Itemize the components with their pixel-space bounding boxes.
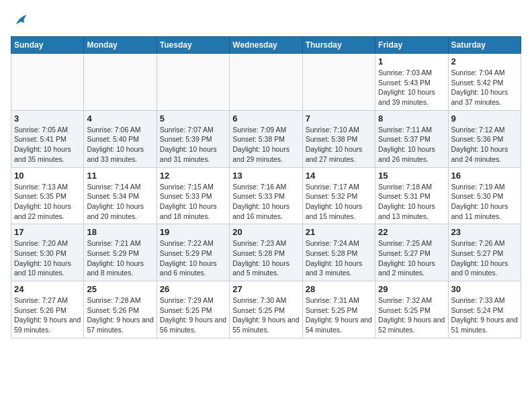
day-number: 5 <box>160 113 226 124</box>
day-number: 11 <box>87 171 153 181</box>
day-number: 23 <box>451 227 518 237</box>
day-info: Sunrise: 7:15 AM Sunset: 5:33 PM Dayligh… <box>160 182 226 222</box>
day-of-week-header: Monday <box>84 37 157 54</box>
day-number: 1 <box>378 56 445 66</box>
day-number: 30 <box>451 284 518 294</box>
calendar-cell: 12Sunrise: 7:15 AM Sunset: 5:33 PM Dayli… <box>157 167 229 224</box>
calendar-cell: 28Sunrise: 7:31 AM Sunset: 5:25 PM Dayli… <box>302 281 375 338</box>
calendar-cell: 27Sunrise: 7:30 AM Sunset: 5:25 PM Dayli… <box>230 281 302 338</box>
calendar-cell <box>302 54 375 111</box>
day-info: Sunrise: 7:04 AM Sunset: 5:42 PM Dayligh… <box>451 68 518 107</box>
calendar-week-row: 3Sunrise: 7:05 AM Sunset: 5:41 PM Daylig… <box>11 110 521 167</box>
day-number: 19 <box>160 227 226 237</box>
day-number: 21 <box>306 227 372 237</box>
calendar-cell: 11Sunrise: 7:14 AM Sunset: 5:34 PM Dayli… <box>84 167 157 224</box>
day-number: 28 <box>306 284 372 294</box>
day-info: Sunrise: 7:29 AM Sunset: 5:25 PM Dayligh… <box>160 295 226 335</box>
header-row: SundayMondayTuesdayWednesdayThursdayFrid… <box>11 37 521 54</box>
day-info: Sunrise: 7:16 AM Sunset: 5:33 PM Dayligh… <box>232 182 299 222</box>
day-number: 3 <box>14 113 81 124</box>
day-number: 25 <box>87 284 153 294</box>
day-info: Sunrise: 7:03 AM Sunset: 5:43 PM Dayligh… <box>378 68 445 107</box>
calendar-cell: 22Sunrise: 7:25 AM Sunset: 5:27 PM Dayli… <box>375 224 448 281</box>
day-number: 26 <box>160 284 226 294</box>
calendar-week-row: 17Sunrise: 7:20 AM Sunset: 5:30 PM Dayli… <box>11 224 521 281</box>
calendar-week-row: 1Sunrise: 7:03 AM Sunset: 5:43 PM Daylig… <box>11 54 521 111</box>
day-number: 22 <box>378 227 445 237</box>
day-of-week-header: Saturday <box>448 37 521 54</box>
calendar-cell: 10Sunrise: 7:13 AM Sunset: 5:35 PM Dayli… <box>11 167 84 224</box>
calendar-body: 1Sunrise: 7:03 AM Sunset: 5:43 PM Daylig… <box>11 54 521 338</box>
calendar-cell <box>11 54 84 111</box>
calendar-cell: 16Sunrise: 7:19 AM Sunset: 5:30 PM Dayli… <box>448 167 521 224</box>
calendar-cell: 8Sunrise: 7:11 AM Sunset: 5:37 PM Daylig… <box>375 110 448 167</box>
day-info: Sunrise: 7:19 AM Sunset: 5:30 PM Dayligh… <box>451 182 518 222</box>
calendar-cell: 21Sunrise: 7:24 AM Sunset: 5:28 PM Dayli… <box>302 224 375 281</box>
day-info: Sunrise: 7:26 AM Sunset: 5:27 PM Dayligh… <box>451 238 518 278</box>
day-number: 10 <box>14 171 81 181</box>
day-of-week-header: Sunday <box>11 37 84 54</box>
page-header <box>11 11 521 31</box>
day-number: 14 <box>306 171 372 181</box>
calendar-cell: 5Sunrise: 7:07 AM Sunset: 5:39 PM Daylig… <box>157 110 229 167</box>
calendar-cell: 9Sunrise: 7:12 AM Sunset: 5:36 PM Daylig… <box>448 110 521 167</box>
calendar-cell: 29Sunrise: 7:32 AM Sunset: 5:25 PM Dayli… <box>375 281 448 338</box>
calendar-cell: 4Sunrise: 7:06 AM Sunset: 5:40 PM Daylig… <box>84 110 157 167</box>
calendar-week-row: 24Sunrise: 7:27 AM Sunset: 5:26 PM Dayli… <box>11 281 521 338</box>
day-info: Sunrise: 7:10 AM Sunset: 5:38 PM Dayligh… <box>306 125 372 165</box>
day-number: 4 <box>87 113 153 124</box>
calendar-cell: 23Sunrise: 7:26 AM Sunset: 5:27 PM Dayli… <box>448 224 521 281</box>
day-number: 24 <box>14 284 81 294</box>
day-info: Sunrise: 7:20 AM Sunset: 5:30 PM Dayligh… <box>14 238 81 278</box>
day-number: 2 <box>451 56 518 66</box>
day-info: Sunrise: 7:33 AM Sunset: 5:24 PM Dayligh… <box>451 295 518 335</box>
calendar-cell <box>157 54 229 111</box>
day-info: Sunrise: 7:21 AM Sunset: 5:29 PM Dayligh… <box>87 238 153 278</box>
day-number: 13 <box>232 171 299 181</box>
day-info: Sunrise: 7:32 AM Sunset: 5:25 PM Dayligh… <box>378 295 445 335</box>
day-info: Sunrise: 7:09 AM Sunset: 5:38 PM Dayligh… <box>232 125 299 165</box>
day-of-week-header: Friday <box>375 37 448 54</box>
logo-icon <box>11 11 31 31</box>
day-number: 18 <box>87 227 153 237</box>
day-number: 17 <box>14 227 81 237</box>
calendar-cell: 1Sunrise: 7:03 AM Sunset: 5:43 PM Daylig… <box>375 54 448 111</box>
calendar-cell <box>230 54 302 111</box>
day-info: Sunrise: 7:30 AM Sunset: 5:25 PM Dayligh… <box>232 295 299 335</box>
day-number: 20 <box>232 227 299 237</box>
day-info: Sunrise: 7:27 AM Sunset: 5:26 PM Dayligh… <box>14 295 81 335</box>
day-info: Sunrise: 7:07 AM Sunset: 5:39 PM Dayligh… <box>160 125 226 165</box>
day-of-week-header: Thursday <box>302 37 375 54</box>
calendar-cell: 19Sunrise: 7:22 AM Sunset: 5:29 PM Dayli… <box>157 224 229 281</box>
calendar-header: SundayMondayTuesdayWednesdayThursdayFrid… <box>11 37 521 54</box>
calendar-cell: 3Sunrise: 7:05 AM Sunset: 5:41 PM Daylig… <box>11 110 84 167</box>
day-info: Sunrise: 7:17 AM Sunset: 5:32 PM Dayligh… <box>306 182 372 222</box>
day-number: 15 <box>378 171 445 181</box>
day-of-week-header: Tuesday <box>157 37 229 54</box>
day-info: Sunrise: 7:18 AM Sunset: 5:31 PM Dayligh… <box>378 182 445 222</box>
day-info: Sunrise: 7:05 AM Sunset: 5:41 PM Dayligh… <box>14 125 81 165</box>
day-info: Sunrise: 7:31 AM Sunset: 5:25 PM Dayligh… <box>306 295 372 335</box>
calendar-cell: 7Sunrise: 7:10 AM Sunset: 5:38 PM Daylig… <box>302 110 375 167</box>
calendar-cell: 26Sunrise: 7:29 AM Sunset: 5:25 PM Dayli… <box>157 281 229 338</box>
day-number: 12 <box>160 171 226 181</box>
calendar-cell: 14Sunrise: 7:17 AM Sunset: 5:32 PM Dayli… <box>302 167 375 224</box>
calendar-cell: 2Sunrise: 7:04 AM Sunset: 5:42 PM Daylig… <box>448 54 521 111</box>
calendar-cell: 17Sunrise: 7:20 AM Sunset: 5:30 PM Dayli… <box>11 224 84 281</box>
day-number: 9 <box>451 113 518 124</box>
calendar-cell: 15Sunrise: 7:18 AM Sunset: 5:31 PM Dayli… <box>375 167 448 224</box>
calendar-cell: 24Sunrise: 7:27 AM Sunset: 5:26 PM Dayli… <box>11 281 84 338</box>
day-of-week-header: Wednesday <box>230 37 302 54</box>
calendar-table: SundayMondayTuesdayWednesdayThursdayFrid… <box>11 36 521 338</box>
calendar-cell: 30Sunrise: 7:33 AM Sunset: 5:24 PM Dayli… <box>448 281 521 338</box>
day-info: Sunrise: 7:25 AM Sunset: 5:27 PM Dayligh… <box>378 238 445 278</box>
day-info: Sunrise: 7:11 AM Sunset: 5:37 PM Dayligh… <box>378 125 445 165</box>
calendar-cell: 6Sunrise: 7:09 AM Sunset: 5:38 PM Daylig… <box>230 110 302 167</box>
day-number: 27 <box>232 284 299 294</box>
calendar-cell: 20Sunrise: 7:23 AM Sunset: 5:28 PM Dayli… <box>230 224 302 281</box>
calendar-cell: 13Sunrise: 7:16 AM Sunset: 5:33 PM Dayli… <box>230 167 302 224</box>
day-info: Sunrise: 7:23 AM Sunset: 5:28 PM Dayligh… <box>232 238 299 278</box>
day-info: Sunrise: 7:24 AM Sunset: 5:28 PM Dayligh… <box>306 238 372 278</box>
calendar-cell: 18Sunrise: 7:21 AM Sunset: 5:29 PM Dayli… <box>84 224 157 281</box>
day-number: 8 <box>378 113 445 124</box>
